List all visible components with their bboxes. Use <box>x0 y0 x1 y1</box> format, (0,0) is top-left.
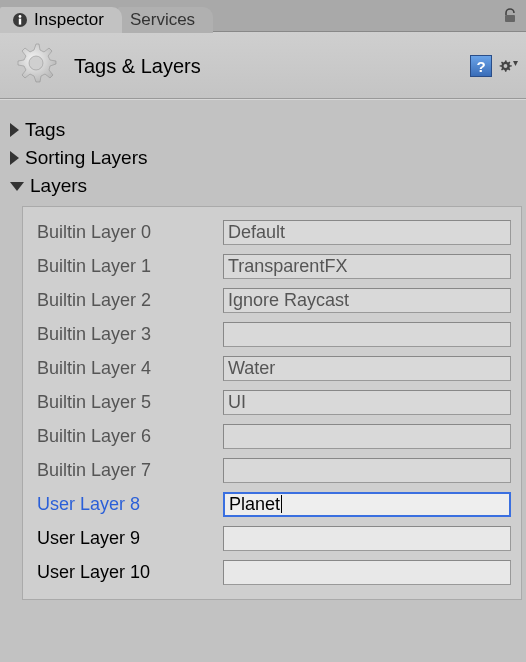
layer-label: User Layer 8 <box>33 494 223 515</box>
gear-small-icon <box>498 57 513 75</box>
foldout-tags-label: Tags <box>25 119 65 141</box>
gear-icon <box>10 40 62 92</box>
layer-name-field[interactable] <box>223 560 511 585</box>
layer-label: Builtin Layer 5 <box>33 392 223 413</box>
layer-label: Builtin Layer 7 <box>33 460 223 481</box>
page-title: Tags & Layers <box>74 55 470 78</box>
lock-icon <box>502 8 518 24</box>
layer-label: Builtin Layer 6 <box>33 426 223 447</box>
foldout-layers-label: Layers <box>30 175 87 197</box>
text-caret <box>281 495 282 513</box>
svg-rect-3 <box>505 15 515 22</box>
layer-label: Builtin Layer 1 <box>33 256 223 277</box>
foldout-sorting-layers-label: Sorting Layers <box>25 147 148 169</box>
foldout-layers[interactable]: Layers <box>4 172 522 200</box>
settings-button[interactable]: ▾ <box>498 57 518 75</box>
layer-name-field <box>223 458 511 483</box>
layer-row: Builtin Layer 7 <box>33 453 511 487</box>
info-icon <box>12 12 28 28</box>
layer-row: Builtin Layer 0Default <box>33 215 511 249</box>
layer-row: Builtin Layer 5UI <box>33 385 511 419</box>
layer-name-field <box>223 322 511 347</box>
layer-row: User Layer 10 <box>33 555 511 589</box>
svg-point-1 <box>19 15 22 18</box>
layer-row: User Layer 9 <box>33 521 511 555</box>
layer-label: Builtin Layer 3 <box>33 324 223 345</box>
tab-services-label: Services <box>130 10 195 30</box>
tab-inspector[interactable]: Inspector <box>0 7 122 33</box>
layer-name-field: Water <box>223 356 511 381</box>
layer-label: User Layer 9 <box>33 528 223 549</box>
header: Tags & Layers ? ▾ <box>0 32 526 99</box>
tab-inspector-label: Inspector <box>34 10 104 30</box>
layer-name-field[interactable] <box>223 526 511 551</box>
layer-row: Builtin Layer 6 <box>33 419 511 453</box>
layer-name-field <box>223 424 511 449</box>
layer-row: Builtin Layer 1TransparentFX <box>33 249 511 283</box>
chevron-right-icon <box>10 123 19 137</box>
foldout-sorting-layers[interactable]: Sorting Layers <box>4 144 522 172</box>
inspector-body: Tags Sorting Layers Layers Builtin Layer… <box>0 99 526 610</box>
layer-label: Builtin Layer 4 <box>33 358 223 379</box>
tab-services[interactable]: Services <box>118 7 213 33</box>
layer-label: Builtin Layer 0 <box>33 222 223 243</box>
layer-name-field: Default <box>223 220 511 245</box>
lock-toggle[interactable] <box>502 0 526 31</box>
layer-label: User Layer 10 <box>33 562 223 583</box>
layer-name-field: TransparentFX <box>223 254 511 279</box>
layer-row: Builtin Layer 2Ignore Raycast <box>33 283 511 317</box>
svg-point-5 <box>504 64 508 68</box>
help-icon: ? <box>476 58 485 75</box>
layer-name-field: Ignore Raycast <box>223 288 511 313</box>
layer-name-field[interactable]: Planet <box>223 492 511 517</box>
layer-row: User Layer 8Planet <box>33 487 511 521</box>
svg-rect-2 <box>19 19 21 25</box>
layer-row: Builtin Layer 3 <box>33 317 511 351</box>
chevron-down-icon <box>10 182 24 191</box>
layer-label: Builtin Layer 2 <box>33 290 223 311</box>
layers-list: Builtin Layer 0DefaultBuiltin Layer 1Tra… <box>22 206 522 600</box>
chevron-right-icon <box>10 151 19 165</box>
layer-name-field: UI <box>223 390 511 415</box>
layer-row: Builtin Layer 4Water <box>33 351 511 385</box>
foldout-tags[interactable]: Tags <box>4 116 522 144</box>
help-button[interactable]: ? <box>470 55 492 77</box>
tab-bar: Inspector Services <box>0 0 526 32</box>
svg-point-4 <box>29 56 43 70</box>
